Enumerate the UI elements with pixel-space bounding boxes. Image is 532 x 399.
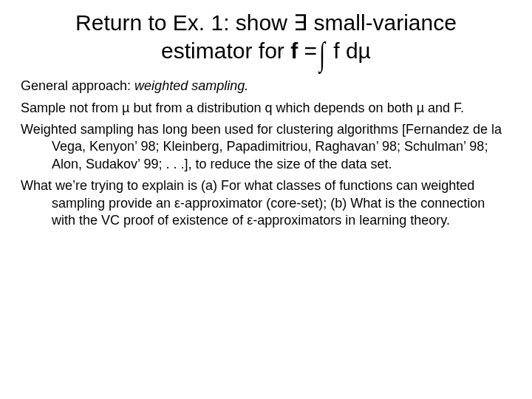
para-1-em: weighted sampling. [134,78,248,93]
para-1-prefix: General approach: [21,78,134,93]
f-dmu-f: f d [327,38,358,63]
eq: = [298,38,317,63]
integral-symbol: ∫ [319,41,325,67]
fbar: f [290,38,298,63]
para-2: Sample not from µ but from a distributio… [21,100,511,117]
slide-body: General approach: weighted sampling. Sam… [21,78,511,229]
slide: Return to Ex. 1: show ∃ small-variance e… [0,0,532,229]
title-line2-prefix: estimator for [161,38,290,63]
para-4: What we’re trying to explain is (a) For … [21,177,511,229]
title-line1-prefix: Return to Ex. 1: show [75,10,293,35]
para-3: Weighted sampling has long been used for… [21,121,511,173]
para-1: General approach: weighted sampling. [21,78,511,95]
title-line1-suffix: small-variance [307,10,457,35]
exists-symbol: ∃ [293,10,307,35]
slide-title: Return to Ex. 1: show ∃ small-variance e… [28,9,504,64]
mu-symbol: µ [358,38,371,63]
